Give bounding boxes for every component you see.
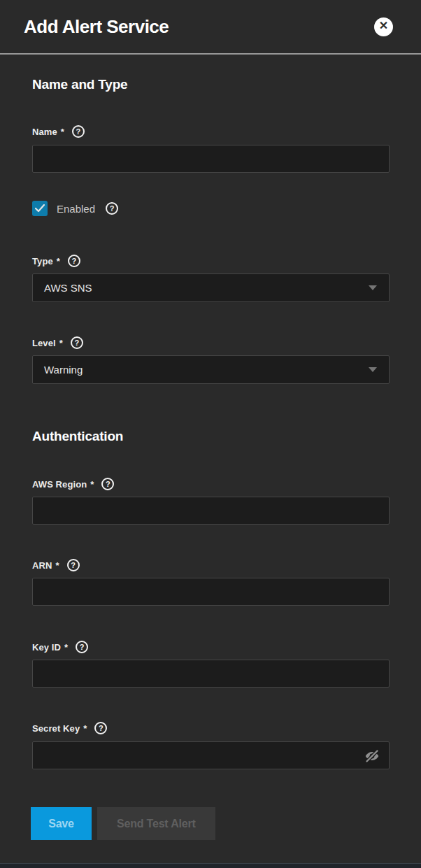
help-icon[interactable]: ? [67, 559, 80, 571]
question-mark-glyph: ? [71, 562, 76, 569]
help-icon[interactable]: ? [94, 722, 107, 734]
eye-off-icon[interactable] [363, 747, 381, 765]
enabled-row: Enabled ? [32, 201, 390, 216]
question-mark-glyph: ? [74, 339, 79, 347]
help-icon[interactable]: ? [101, 478, 114, 490]
field-key-id: Key ID * ? [32, 641, 390, 688]
page-title: Add Alert Service [24, 16, 169, 38]
field-type: Type * ? AWS SNS [32, 255, 390, 302]
aws-region-label: AWS Region [32, 479, 87, 490]
arn-input[interactable] [32, 578, 390, 606]
close-icon: ✕ [379, 20, 388, 31]
add-alert-service-panel: Add Alert Service ✕ Name and Type Name *… [0, 0, 421, 868]
field-aws-region: AWS Region * ? [32, 478, 390, 525]
arn-label: ARN [32, 560, 52, 571]
send-test-alert-button[interactable]: Send Test Alert [97, 807, 215, 840]
level-label-row: Level * ? [32, 336, 390, 349]
close-button[interactable]: ✕ [374, 17, 393, 36]
chevron-down-icon [369, 285, 377, 290]
enabled-label: Enabled [57, 203, 95, 215]
key-id-label: Key ID [32, 642, 61, 653]
help-icon[interactable]: ? [106, 202, 118, 215]
required-marker: * [64, 642, 68, 653]
help-icon[interactable]: ? [76, 641, 88, 653]
help-icon[interactable]: ? [71, 336, 83, 349]
field-level: Level * ? Warning [32, 336, 390, 384]
form-body: Name and Type Name * ? Enabled ? Type * … [0, 77, 421, 840]
secret-key-input[interactable] [32, 741, 390, 769]
type-select[interactable]: AWS SNS [32, 273, 390, 302]
help-icon[interactable]: ? [72, 125, 85, 138]
required-marker: * [59, 338, 63, 348]
key-id-label-row: Key ID * ? [32, 641, 390, 653]
name-label-row: Name * ? [32, 125, 390, 138]
required-marker: * [55, 560, 59, 571]
required-marker: * [57, 256, 60, 266]
question-mark-glyph: ? [76, 128, 81, 136]
field-name: Name * ? [32, 125, 390, 173]
section-heading-authentication: Authentication [32, 429, 390, 444]
required-marker: * [83, 723, 87, 734]
question-mark-glyph: ? [99, 725, 104, 732]
question-mark-glyph: ? [106, 481, 110, 488]
header-divider [0, 53, 421, 55]
secret-key-input-wrap [32, 741, 390, 769]
question-mark-glyph: ? [71, 257, 76, 265]
form-actions: Save Send Test Alert [31, 807, 390, 840]
arn-label-row: ARN * ? [32, 559, 390, 571]
level-select-value: Warning [44, 364, 83, 376]
enabled-checkbox[interactable] [32, 201, 48, 216]
field-arn: ARN * ? [32, 559, 390, 606]
field-secret-key: Secret Key * ? [32, 722, 390, 769]
question-mark-glyph: ? [110, 205, 115, 213]
level-select[interactable]: Warning [32, 355, 390, 384]
aws-region-input[interactable] [32, 497, 390, 525]
level-label: Level [32, 338, 56, 348]
panel-header: Add Alert Service ✕ [0, 0, 421, 53]
bottom-edge-strip [0, 863, 421, 868]
chevron-down-icon [369, 367, 377, 372]
question-mark-glyph: ? [80, 643, 85, 651]
required-marker: * [61, 127, 64, 137]
name-input[interactable] [32, 145, 390, 173]
type-label-row: Type * ? [32, 255, 390, 267]
help-icon[interactable]: ? [68, 255, 80, 267]
name-label: Name [32, 127, 57, 137]
required-marker: * [90, 479, 94, 490]
secret-key-label: Secret Key [32, 723, 80, 734]
type-label: Type [32, 256, 53, 266]
type-select-value: AWS SNS [44, 282, 92, 294]
key-id-input[interactable] [32, 660, 390, 688]
secret-key-label-row: Secret Key * ? [32, 722, 390, 734]
aws-region-label-row: AWS Region * ? [32, 478, 390, 490]
save-button[interactable]: Save [31, 807, 92, 840]
check-icon [35, 204, 45, 213]
section-heading-name-and-type: Name and Type [32, 77, 390, 92]
